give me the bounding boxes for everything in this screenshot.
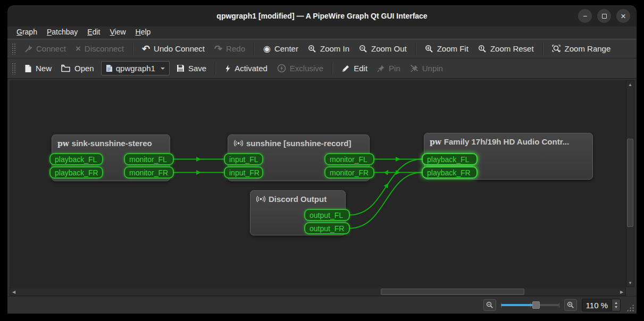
scroll-up-button[interactable]: ▲ [626, 81, 634, 88]
spin-down-icon[interactable]: ▼ [614, 305, 618, 309]
new-button[interactable]: New [20, 62, 56, 75]
toolbar-separator [415, 43, 416, 55]
toolbar-drag-handle[interactable] [12, 63, 15, 74]
title-bar[interactable]: qpwgraph1 [modified] — A PipeWire Graph … [7, 5, 637, 27]
vertical-scrollbar[interactable]: ▲ ▼ [626, 80, 634, 287]
undo-connect-label: Undo Connect [154, 44, 205, 53]
wire-arrow [196, 170, 201, 175]
scroll-left-button[interactable]: ◀ [10, 288, 18, 295]
toolbar-separator [332, 63, 333, 74]
open-label: Open [74, 64, 94, 73]
new-label: New [36, 64, 52, 73]
horizontal-scrollbar[interactable]: ◀ ▶ [10, 288, 626, 296]
pin-button[interactable]: Pin [372, 62, 405, 75]
disconnect-button[interactable]: × Disconnect [71, 42, 129, 55]
pipewire-icon: pw [57, 139, 69, 148]
menu-edit[interactable]: Edit [82, 27, 105, 39]
center-button[interactable]: ◉ Center [258, 42, 303, 55]
exclusive-label: Exclusive [290, 64, 323, 73]
spin-up-icon[interactable]: ▲ [614, 301, 618, 305]
pipewire-icon: pw [430, 138, 441, 146]
wire-arrow [384, 168, 390, 175]
graph-canvas[interactable]: pwsink-sunshine-stereo sunshine [sunshin… [10, 80, 626, 287]
patchbay-toolbar: New Open qpwgraph1 Save Act [7, 58, 637, 79]
maximize-button[interactable] [597, 9, 611, 23]
window-resize-grip[interactable] [626, 304, 634, 311]
save-icon [177, 64, 185, 72]
activated-label: Activated [235, 64, 267, 73]
zoom-out-icon [359, 45, 367, 53]
port-sunshine-monitor-fl[interactable]: monitor_FL [324, 153, 374, 165]
minimize-icon: − [583, 12, 587, 20]
patchbay-profile-combobox[interactable]: qpwgraph1 [101, 61, 170, 75]
port-family-playback-fr[interactable]: playback_FR [422, 166, 478, 179]
center-label: Center [274, 44, 298, 53]
zoom-in-label: Zoom In [320, 44, 349, 53]
patchbay-profile-value: qpwgraph1 [116, 64, 155, 73]
maximize-icon [602, 14, 607, 19]
graph-toolbar: Connect × Disconnect ↶ Undo Connect ↷ Re… [7, 39, 637, 58]
exclusive-button[interactable]: Exclusive [272, 62, 328, 75]
edit-button[interactable]: Edit [337, 62, 372, 75]
save-button[interactable]: Save [172, 62, 211, 75]
port-sink-monitor-fl[interactable]: monitor_FL [124, 153, 174, 165]
port-sink-playback-fl[interactable]: playback_FL [49, 153, 103, 165]
zoom-range-button[interactable]: Zoom Range [547, 42, 616, 55]
zoom-fit-button[interactable]: Zoom Fit [420, 42, 473, 55]
zoom-out-button[interactable]: Zoom Out [354, 42, 412, 55]
vertical-scrollbar-thumb[interactable] [627, 139, 633, 227]
chevron-down-icon [161, 67, 165, 70]
toolbar-separator [542, 43, 543, 55]
port-sink-monitor-fr[interactable]: monitor_FR [124, 166, 174, 179]
port-sunshine-monitor-fr[interactable]: monitor_FR [324, 166, 374, 179]
menu-graph[interactable]: Graph [12, 27, 42, 39]
port-sunshine-input-fr[interactable]: input_FR [224, 166, 263, 179]
pin-icon [377, 64, 385, 72]
zoom-slider[interactable] [501, 301, 559, 309]
close-button[interactable]: × [616, 9, 630, 23]
redo-label: Redo [226, 44, 245, 53]
menu-help[interactable]: Help [131, 27, 156, 39]
port-discord-output-fl[interactable]: output_FL [304, 209, 350, 221]
scroll-right-button[interactable]: ▶ [618, 288, 625, 295]
edit-label: Edit [354, 64, 367, 73]
horizontal-scrollbar-thumb[interactable] [381, 289, 524, 295]
port-family-playback-fl[interactable]: playback_FL [422, 153, 478, 165]
zoom-percent-spinbox[interactable]: 110 % ▲▼ [582, 299, 621, 311]
connect-button[interactable]: Connect [20, 42, 71, 55]
zoom-fit-label: Zoom Fit [437, 44, 469, 53]
node-title: sink-sunshine-stereo [72, 139, 152, 148]
stream-icon [233, 139, 244, 147]
graph-view: pwsink-sunshine-stereo sunshine [sunshin… [7, 79, 637, 296]
port-sink-playback-fr[interactable]: playback_FR [49, 166, 103, 179]
menu-bar: Graph Patchbay Edit View Help [7, 27, 637, 39]
status-zoom-out-button[interactable] [483, 299, 496, 311]
zoom-out-icon [486, 301, 494, 309]
minimize-button[interactable]: − [578, 9, 592, 23]
undo-connect-button[interactable]: ↶ Undo Connect [137, 42, 210, 55]
zoom-percent-value: 110 % [582, 301, 612, 310]
connect-icon [24, 45, 32, 53]
pin-label: Pin [389, 64, 400, 73]
status-zoom-in-button[interactable] [564, 299, 577, 311]
activated-button[interactable]: Activated [220, 62, 272, 75]
toolbar-separator [132, 43, 133, 55]
slider-handle[interactable] [532, 301, 540, 309]
port-sunshine-input-fl[interactable]: input_FL [224, 153, 263, 165]
exclusive-icon [277, 64, 286, 73]
zoom-in-icon [308, 45, 316, 53]
menu-patchbay[interactable]: Patchbay [42, 27, 82, 39]
toolbar-separator [215, 63, 216, 74]
port-discord-output-fr[interactable]: output_FR [304, 222, 350, 234]
zoom-in-button[interactable]: Zoom In [303, 42, 354, 55]
toolbar-drag-handle[interactable] [12, 43, 15, 55]
open-button[interactable]: Open [56, 62, 99, 75]
scroll-down-button[interactable]: ▼ [626, 279, 634, 286]
redo-button[interactable]: ↷ Redo [210, 42, 250, 55]
unpin-button[interactable]: Unpin [405, 62, 448, 75]
window-title: qpwgraph1 [modified] — A PipeWire Graph … [216, 12, 427, 20]
zoom-reset-button[interactable]: Zoom Reset [473, 42, 539, 55]
spinbox-arrows[interactable]: ▲▼ [612, 299, 620, 311]
menu-view[interactable]: View [105, 27, 130, 39]
unpin-icon [410, 64, 419, 72]
